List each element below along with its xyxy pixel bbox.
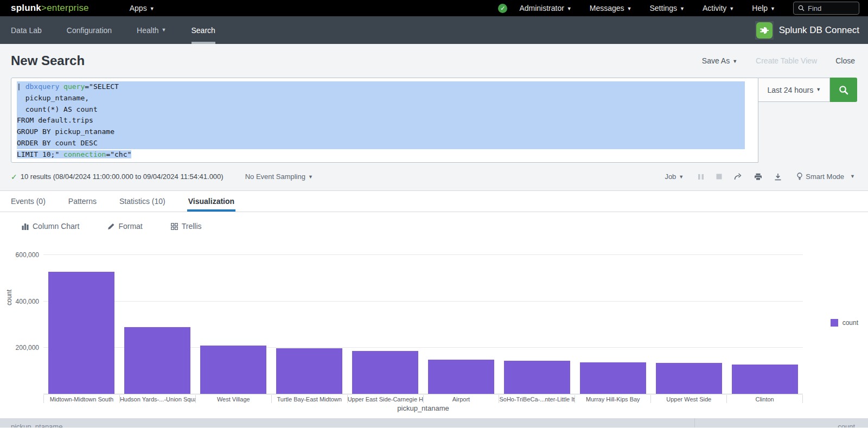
- chart-type-button[interactable]: Column Chart: [22, 222, 79, 231]
- logo-gt: >: [41, 3, 47, 13]
- x-axis-title: pickup_ntaname: [43, 404, 803, 412]
- chevron-down-icon: ▼: [732, 59, 737, 64]
- chevron-down-icon: ▼: [627, 6, 632, 11]
- query-line: FROM default.trips: [17, 115, 745, 126]
- statistics-table-header: pickup_ntaname count: [0, 418, 868, 427]
- trellis-label: Trellis: [182, 222, 202, 231]
- health-status-icon[interactable]: ✓: [498, 4, 507, 13]
- menu-label: Administrator: [519, 4, 564, 12]
- y-tick-label: 200,000: [1, 344, 39, 352]
- pause-icon: [698, 174, 704, 180]
- find-placeholder: Find: [808, 4, 821, 12]
- bar-Clinton[interactable]: [732, 365, 798, 394]
- x-axis-labels: Midtown-Midtown SouthHudson Yards-...-Un…: [43, 395, 803, 403]
- nav-configuration[interactable]: Configuration: [67, 16, 112, 44]
- table-col-count[interactable]: count: [694, 418, 868, 427]
- chart-legend[interactable]: count: [831, 319, 858, 327]
- nav-search[interactable]: Search: [192, 16, 215, 44]
- x-category-label: Upper West Side: [650, 395, 726, 403]
- query-line: | dbxquery query="SELECT: [17, 81, 745, 93]
- search-query-input[interactable]: | dbxquery query="SELECT pickup_ntaname,…: [11, 78, 758, 163]
- chevron-down-icon: ▼: [816, 87, 821, 92]
- menu-messages[interactable]: Messages▼: [590, 4, 632, 12]
- save-as-button[interactable]: Save As▼: [702, 56, 737, 65]
- bar-Murray Hill-Kips Bay[interactable]: [580, 362, 646, 394]
- close-button[interactable]: Close: [835, 56, 855, 65]
- check-icon: ✓: [11, 173, 17, 181]
- menu-activity[interactable]: Activity▼: [703, 4, 734, 12]
- nav-data-lab[interactable]: Data Lab: [11, 16, 42, 44]
- trellis-grid-icon: [171, 223, 178, 230]
- menu-settings[interactable]: Settings▼: [650, 4, 685, 12]
- share-icon: [734, 173, 742, 180]
- bar-Upper East Side-Carnegie Hill[interactable]: [352, 351, 418, 394]
- event-sampling-dropdown[interactable]: No Event Sampling▼: [245, 173, 313, 181]
- db-connect-plug-icon: [756, 22, 773, 39]
- x-category-label: Clinton: [726, 395, 803, 403]
- app-icon-backing: [755, 21, 774, 40]
- trellis-button[interactable]: Trellis: [171, 222, 202, 231]
- print-button[interactable]: [754, 173, 762, 181]
- bar-Hudson Yards-...-Union Square[interactable]: [124, 327, 190, 394]
- x-category-label: SoHo-TriBeCa-...nter-Little Italy: [499, 395, 575, 403]
- nav-label: Search: [192, 26, 215, 35]
- apps-label: Apps: [130, 4, 147, 12]
- bar-SoHo-TriBeCa-...nter-Little Italy[interactable]: [504, 361, 570, 394]
- nav-health[interactable]: Health▼: [137, 16, 166, 44]
- logo-product-text: enterprise: [47, 3, 89, 13]
- current-app[interactable]: Splunk DB Connect: [755, 16, 859, 44]
- bar-Airport[interactable]: [428, 360, 494, 394]
- chevron-down-icon: ▼: [150, 6, 155, 11]
- search-icon: [838, 85, 849, 95]
- pause-job-button[interactable]: [698, 174, 704, 180]
- x-category-label: Upper East Side-Carnegie Hill: [347, 395, 423, 403]
- query-line: GROUP BY pickup_ntaname: [17, 126, 745, 138]
- results-summary: 10 results (08/04/2024 11:00:00.000 to 0…: [21, 173, 224, 181]
- time-range-label: Last 24 hours: [767, 86, 813, 94]
- lightbulb-icon: [797, 173, 802, 181]
- bar-West Village[interactable]: [200, 346, 266, 394]
- search-mode-dropdown[interactable]: Smart Mode▼: [797, 173, 855, 181]
- tab-statistics[interactable]: Statistics (10): [119, 191, 165, 212]
- run-search-button[interactable]: [830, 78, 857, 102]
- stop-job-button[interactable]: [716, 174, 722, 180]
- pencil-icon: [107, 223, 114, 230]
- bar-Upper West Side[interactable]: [656, 363, 722, 394]
- query-line: pickup_ntaname,: [17, 93, 745, 104]
- share-job-button[interactable]: [734, 173, 742, 180]
- time-range-picker[interactable]: Last 24 hours▼: [758, 78, 830, 102]
- x-category-label: Turtle Bay-East Midtown: [271, 395, 347, 403]
- chevron-down-icon: ▼: [567, 6, 572, 11]
- query-line: count(*) AS count: [17, 104, 745, 116]
- bar-Midtown-Midtown South[interactable]: [48, 272, 114, 394]
- create-table-view-button: Create Table View: [756, 56, 817, 65]
- chart-type-label: Column Chart: [33, 222, 79, 231]
- x-category-label: Hudson Yards-...-Union Square: [119, 395, 195, 403]
- tab-events[interactable]: Events (0): [11, 191, 46, 212]
- app-name: Splunk DB Connect: [779, 25, 859, 36]
- print-icon: [754, 173, 762, 181]
- splunk-logo[interactable]: splunk>enterprise: [11, 3, 89, 14]
- find-search-input[interactable]: Find: [793, 2, 859, 15]
- menu-label: Settings: [650, 4, 678, 12]
- tab-patterns[interactable]: Patterns: [68, 191, 97, 212]
- menu-administrator[interactable]: Administrator▼: [519, 4, 571, 12]
- menu-label: Messages: [590, 4, 624, 12]
- bar-Turtle Bay-East Midtown[interactable]: [276, 348, 342, 394]
- x-category-label: West Village: [195, 395, 271, 403]
- tab-visualization[interactable]: Visualization: [188, 191, 234, 212]
- page-title: New Search: [11, 53, 85, 68]
- chevron-down-icon: ▼: [729, 6, 734, 11]
- x-category-label: Airport: [423, 395, 499, 403]
- format-button[interactable]: Format: [107, 222, 142, 231]
- chevron-down-icon: ▼: [308, 174, 313, 180]
- format-label: Format: [118, 222, 142, 231]
- job-menu[interactable]: Job▼: [665, 173, 684, 181]
- job-label: Job: [665, 173, 676, 181]
- table-col-pickup-ntaname[interactable]: pickup_ntaname: [0, 418, 694, 427]
- apps-menu[interactable]: Apps▼: [130, 4, 155, 12]
- export-button[interactable]: [774, 173, 782, 181]
- menu-help[interactable]: Help▼: [752, 4, 775, 12]
- download-icon: [774, 173, 782, 181]
- chevron-down-icon: ▼: [162, 27, 167, 33]
